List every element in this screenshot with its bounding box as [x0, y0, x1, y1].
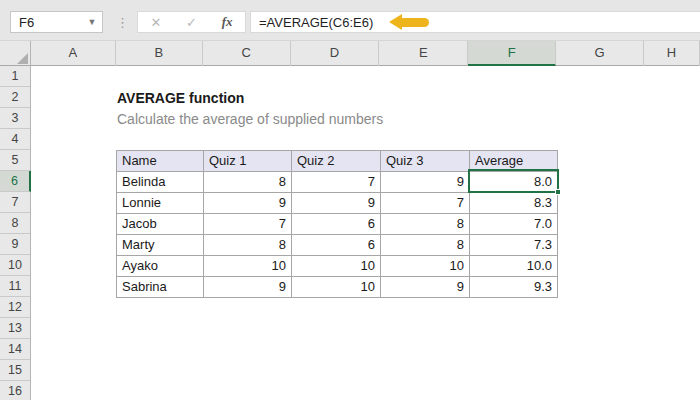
cell-f11-average[interactable]: 9.3 — [470, 277, 558, 298]
cell-f7-average[interactable]: 8.3 — [470, 193, 558, 214]
cell-f9-average[interactable]: 7.3 — [470, 235, 558, 256]
annotation-arrow-left-icon — [389, 14, 429, 30]
column-header-d[interactable]: D — [291, 41, 380, 66]
select-all-triangle-icon — [17, 53, 28, 64]
row-header-14[interactable]: 14 — [0, 339, 30, 360]
row-header-6-selected[interactable]: 6 — [0, 171, 31, 192]
chevron-down-icon[interactable]: ▼ — [82, 17, 102, 27]
formula-bar[interactable]: =AVERAGE(C6:E6) — [250, 11, 700, 33]
selected-cell-border-f6[interactable] — [468, 169, 559, 193]
row-header-10[interactable]: 10 — [0, 255, 30, 276]
toolbar-separator-dots-icon: ⋮ — [116, 11, 129, 33]
row-header-5[interactable]: 5 — [0, 150, 30, 171]
row-header-4[interactable]: 4 — [0, 129, 30, 150]
page-title: AVERAGE function — [117, 88, 244, 109]
cell-b11-name[interactable]: Sabrina — [117, 277, 204, 298]
cell-d6[interactable]: 7 — [292, 172, 381, 193]
row-header-3[interactable]: 3 — [0, 108, 30, 129]
cell-d10[interactable]: 10 — [292, 256, 381, 277]
row-header-15[interactable]: 15 — [0, 360, 30, 381]
cell-d8[interactable]: 6 — [292, 214, 381, 235]
table-header-quiz3[interactable]: Quiz 3 — [381, 151, 470, 172]
row-header-11[interactable]: 11 — [0, 276, 30, 297]
column-header-c[interactable]: C — [203, 41, 291, 66]
cell-c6[interactable]: 8 — [204, 172, 292, 193]
table-header-quiz2[interactable]: Quiz 2 — [292, 151, 381, 172]
row-header-7[interactable]: 7 — [0, 192, 30, 213]
column-header-f-selected[interactable]: F — [468, 41, 556, 66]
column-header-a[interactable]: A — [31, 41, 116, 66]
cell-e10[interactable]: 10 — [381, 256, 470, 277]
cell-b6-name[interactable]: Belinda — [117, 172, 204, 193]
cell-e8[interactable]: 8 — [381, 214, 470, 235]
column-header-h[interactable]: H — [644, 41, 700, 66]
cell-f8-average[interactable]: 7.0 — [470, 214, 558, 235]
table-header-quiz1[interactable]: Quiz 1 — [204, 151, 292, 172]
row-header-2[interactable]: 2 — [0, 87, 30, 108]
cell-c9[interactable]: 8 — [204, 235, 292, 256]
cell-c8[interactable]: 7 — [204, 214, 292, 235]
column-header-b[interactable]: B — [116, 41, 203, 66]
cell-b8-name[interactable]: Jacob — [117, 214, 204, 235]
cell-b10-name[interactable]: Ayako — [117, 256, 204, 277]
cancel-icon[interactable]: ✕ — [150, 15, 161, 30]
table-header-name[interactable]: Name — [117, 151, 204, 172]
formula-buttons: ✕ ✓ fx — [137, 11, 246, 33]
column-header-g[interactable]: G — [556, 41, 644, 66]
row-header-13[interactable]: 13 — [0, 318, 30, 339]
cell-f10-average[interactable]: 10.0 — [470, 256, 558, 277]
row-header-16[interactable]: 16 — [0, 381, 30, 400]
cell-c10[interactable]: 10 — [204, 256, 292, 277]
insert-function-icon[interactable]: fx — [222, 14, 233, 30]
cell-c11[interactable]: 9 — [204, 277, 292, 298]
enter-icon[interactable]: ✓ — [186, 15, 197, 30]
column-header-e[interactable]: E — [379, 41, 468, 66]
formula-toolbar: F6 ▼ ⋮ ✕ ✓ fx =AVERAGE(C6:E6) — [0, 0, 700, 40]
cell-e9[interactable]: 8 — [381, 235, 470, 256]
name-box-value: F6 — [11, 15, 82, 30]
cell-d11[interactable]: 10 — [292, 277, 381, 298]
row-headers: 1 2 3 4 5 6 7 8 9 10 11 12 13 14 15 16 — [0, 66, 31, 400]
row-header-1[interactable]: 1 — [0, 66, 30, 87]
formula-text: =AVERAGE(C6:E6) — [251, 15, 373, 30]
cell-b7-name[interactable]: Lonnie — [117, 193, 204, 214]
cell-b9-name[interactable]: Marty — [117, 235, 204, 256]
cell-e7[interactable]: 7 — [381, 193, 470, 214]
row-header-8[interactable]: 8 — [0, 213, 30, 234]
cell-e11[interactable]: 9 — [381, 277, 470, 298]
cell-d9[interactable]: 6 — [292, 235, 381, 256]
cell-c7[interactable]: 9 — [204, 193, 292, 214]
page-subtitle: Calculate the average of supplied number… — [117, 109, 383, 130]
select-all-corner[interactable] — [0, 41, 31, 66]
fill-handle[interactable] — [555, 189, 561, 195]
cell-e6[interactable]: 9 — [381, 172, 470, 193]
cell-d7[interactable]: 9 — [292, 193, 381, 214]
row-header-12[interactable]: 12 — [0, 297, 30, 318]
name-box[interactable]: F6 ▼ — [10, 11, 103, 33]
row-header-9[interactable]: 9 — [0, 234, 30, 255]
column-headers: A B C D E F G H — [0, 40, 700, 66]
